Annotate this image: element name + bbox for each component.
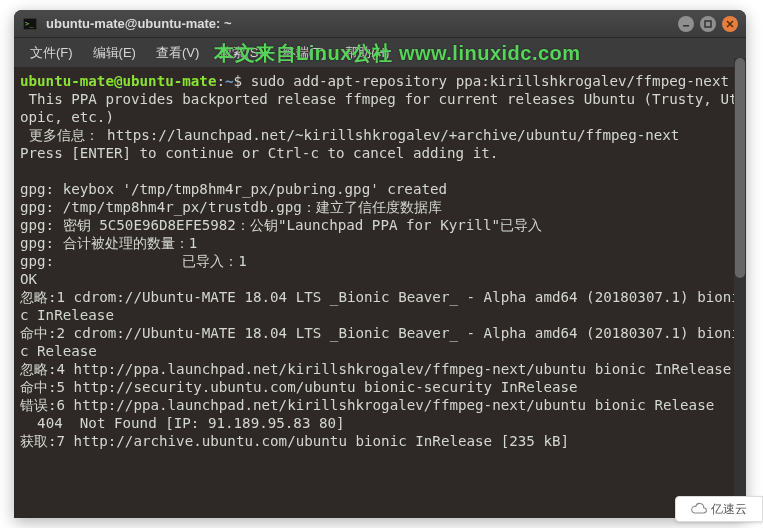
output-line: gpg: 已导入：1 [20, 253, 247, 269]
output-line: 忽略:1 cdrom://Ubuntu-MATE 18.04 LTS _Bion… [20, 289, 740, 323]
badge-text: 亿速云 [711, 501, 747, 518]
svg-rect-3 [683, 25, 689, 27]
window-buttons [678, 16, 738, 32]
output-line: 错误:6 http://ppa.launchpad.net/kirillshkr… [20, 397, 714, 413]
output-line: gpg: 密钥 5C50E96D8EFE5982：公钥"Launchpad PP… [20, 217, 542, 233]
output-line: 更多信息： https://launchpad.net/~kirillshkro… [20, 127, 679, 143]
output-line: 忽略:4 http://ppa.launchpad.net/kirillshkr… [20, 361, 731, 377]
output-line: Press [ENTER] to continue or Ctrl-c to c… [20, 145, 498, 161]
output-line: 命中:2 cdrom://Ubuntu-MATE 18.04 LTS _Bion… [20, 325, 740, 359]
terminal-output[interactable]: ubuntu-mate@ubuntu-mate:~$ sudo add-apt-… [14, 68, 746, 518]
prompt-user-host: ubuntu-mate@ubuntu-mate [20, 73, 216, 89]
provider-badge: 亿速云 [675, 496, 763, 522]
titlebar[interactable]: >_ ubuntu-mate@ubuntu-mate: ~ [14, 10, 746, 38]
cloud-icon [691, 501, 707, 517]
output-line: OK [20, 271, 37, 287]
scrollbar-track[interactable] [734, 58, 746, 518]
prompt-path: ~ [225, 73, 234, 89]
maximize-button[interactable] [700, 16, 716, 32]
output-line: gpg: keybox '/tmp/tmp8hm4r_px/pubring.gp… [20, 181, 447, 197]
close-button[interactable] [722, 16, 738, 32]
menu-edit[interactable]: 编辑(E) [83, 40, 146, 66]
scrollbar-thumb[interactable] [735, 58, 745, 278]
command-text: sudo add-apt-repository ppa:kirillshkrog… [251, 73, 729, 89]
output-line: 404 Not Found [IP: 91.189.95.83 80] [20, 415, 345, 431]
output-line: gpg: 合计被处理的数量：1 [20, 235, 197, 251]
menu-search[interactable]: 搜索(S) [209, 40, 272, 66]
menu-terminal[interactable]: 终端(T) [273, 40, 336, 66]
svg-rect-4 [705, 21, 711, 27]
menu-help[interactable]: 帮助(H) [335, 40, 399, 66]
terminal-window: >_ ubuntu-mate@ubuntu-mate: ~ 文件(F) 编辑(E… [14, 10, 746, 518]
menu-view[interactable]: 查看(V) [146, 40, 209, 66]
prompt-dollar: $ [234, 73, 251, 89]
window-title: ubuntu-mate@ubuntu-mate: ~ [46, 16, 678, 31]
output-line: This PPA provides backported release ffm… [20, 91, 738, 125]
output-line: gpg: /tmp/tmp8hm4r_px/trustdb.gpg：建立了信任度… [20, 199, 442, 215]
prompt-colon: : [216, 73, 225, 89]
output-line: 获取:7 http://archive.ubuntu.com/ubuntu bi… [20, 433, 569, 449]
app-icon: >_ [22, 16, 38, 32]
output-line: 命中:5 http://security.ubuntu.com/ubuntu b… [20, 379, 578, 395]
menubar: 文件(F) 编辑(E) 查看(V) 搜索(S) 终端(T) 帮助(H) 本文来自… [14, 38, 746, 68]
svg-text:>_: >_ [25, 20, 34, 28]
minimize-button[interactable] [678, 16, 694, 32]
menu-file[interactable]: 文件(F) [20, 40, 83, 66]
